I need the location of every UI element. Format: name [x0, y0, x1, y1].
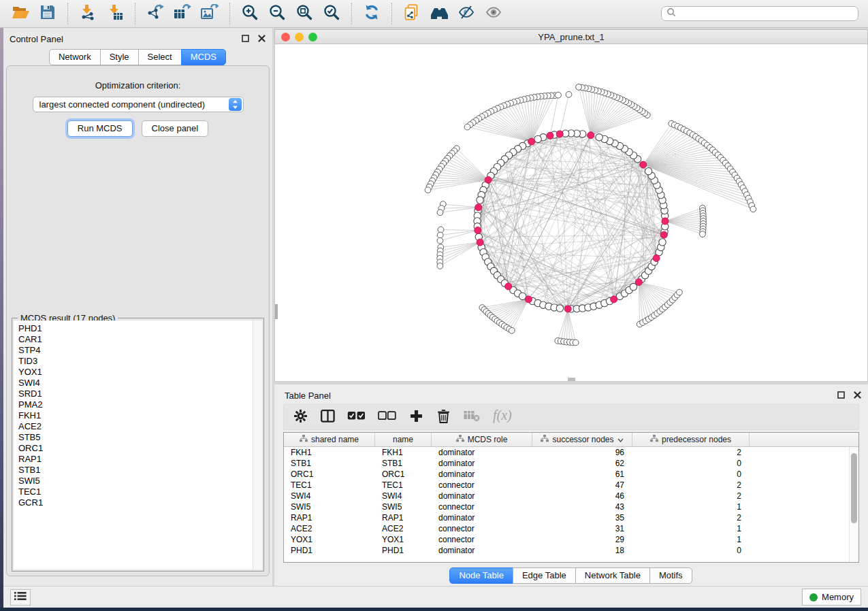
sitemap-icon [541, 435, 549, 444]
tab-style[interactable]: Style [100, 49, 139, 65]
table-row[interactable]: FKH1FKH1dominator962 [284, 447, 849, 458]
select-all-button[interactable] [344, 406, 369, 428]
run-mcds-button[interactable]: Run MCDS [67, 120, 133, 137]
cell-mcds-role: dominator [432, 448, 532, 457]
export-image-button[interactable] [198, 3, 221, 24]
search-box[interactable] [661, 6, 858, 21]
mcds-result-item[interactable]: PHD1 [18, 323, 253, 334]
mcds-result-item[interactable]: STP4 [18, 345, 253, 356]
cell-successor-nodes: 96 [532, 448, 632, 457]
mcds-result-item[interactable]: ORC1 [18, 443, 253, 454]
table-row[interactable]: RAP1RAP1dominator352 [284, 512, 849, 523]
network-vertical-scrollbar[interactable] [275, 304, 278, 319]
tab-motifs[interactable]: Motifs [649, 567, 692, 584]
optimization-criterion-label: Optimization criterion: [7, 80, 269, 90]
tab-mcds[interactable]: MCDS [181, 49, 226, 65]
table-row[interactable]: TEC1TEC1connector472 [284, 480, 849, 491]
table-row[interactable]: ORC1ORC1dominator610 [284, 469, 849, 480]
close-window-icon[interactable] [281, 33, 290, 42]
mcds-result-item[interactable]: RAP1 [18, 454, 253, 465]
zoom-in-button[interactable] [238, 3, 261, 24]
network-window-titlebar[interactable]: YPA_prune.txt_1 [274, 29, 868, 44]
table-row[interactable]: SWI5SWI5connector431 [284, 501, 849, 512]
mcds-result-scrollbar[interactable] [253, 320, 262, 569]
mcds-result-item[interactable]: SRD1 [18, 389, 253, 399]
float-table-panel-icon[interactable] [837, 389, 845, 401]
search-input[interactable] [679, 9, 853, 18]
column-header-MCDS-role[interactable]: MCDS role [432, 433, 532, 446]
select-stepper-icon [229, 98, 242, 111]
tab-network-table[interactable]: Network Table [575, 567, 650, 584]
task-history-button[interactable] [10, 589, 31, 606]
deselect-all-button[interactable] [374, 406, 400, 428]
add-row-button[interactable] [405, 406, 427, 428]
close-panel-button[interactable]: Close panel [142, 120, 209, 137]
eye-button[interactable] [482, 3, 505, 24]
table-row[interactable]: PHD1PHD1dominator180 [284, 545, 849, 556]
table-scrollbar[interactable] [849, 447, 858, 562]
tab-network[interactable]: Network [49, 49, 101, 65]
memory-button[interactable]: Memory [802, 589, 861, 606]
mcds-result-item[interactable]: SWI4 [18, 378, 253, 389]
mcds-result-item[interactable]: SWI5 [18, 476, 253, 486]
export-table-button[interactable] [171, 3, 194, 24]
criterion-select[interactable]: largest connected component (undirected) [33, 97, 244, 112]
network-graph[interactable] [275, 44, 867, 381]
binoculars-button[interactable] [428, 3, 451, 24]
close-table-panel-icon[interactable] [854, 389, 861, 401]
settings-gear-button[interactable] [289, 406, 311, 428]
toggle-columns-button[interactable] [317, 406, 338, 428]
float-panel-icon[interactable] [242, 33, 249, 45]
refresh-button[interactable] [360, 3, 383, 24]
column-label: predecessor nodes [662, 435, 731, 444]
delete-rows-button[interactable] [432, 406, 454, 428]
cell-mcds-role: dominator [432, 459, 532, 468]
mcds-result-item[interactable]: STB1 [18, 465, 253, 476]
mcds-result-item[interactable]: GCR1 [18, 497, 253, 508]
column-header-successor-nodes[interactable]: successor nodes [532, 433, 632, 446]
table-scrollbar-thumb[interactable] [851, 453, 857, 523]
close-panel-icon[interactable] [258, 33, 266, 45]
share-document-button[interactable] [400, 3, 423, 24]
mcds-result-item[interactable]: CAR1 [18, 334, 253, 345]
cell-name: SWI5 [375, 502, 432, 512]
cell-successor-nodes: 31 [532, 524, 632, 533]
cell-shared-name: SWI5 [284, 502, 375, 512]
column-header-shared-name[interactable]: shared name [284, 433, 375, 446]
node-table-header: shared namenameMCDS rolesuccessor nodesp… [284, 433, 858, 447]
table-row[interactable]: ACE2ACE2connector311 [284, 523, 849, 534]
minimize-window-icon[interactable] [295, 33, 304, 42]
mcds-result-item[interactable]: TID3 [18, 356, 253, 367]
table-row[interactable]: SWI4SWI4dominator462 [284, 491, 849, 501]
mcds-result-item[interactable]: PMA2 [18, 399, 253, 410]
table-row[interactable]: STB1STB1dominator620 [284, 458, 849, 469]
column-header-filler [750, 433, 858, 446]
mcds-result-list[interactable]: PHD1CAR1STP4TID3YOX1SWI4SRD1PMA2FKH1ACE2… [14, 320, 253, 569]
table-row[interactable]: YOX1YOX1connector291 [284, 534, 849, 545]
eye-crossed-button[interactable] [455, 3, 478, 24]
mcds-result-item[interactable]: STB5 [18, 432, 253, 443]
maximize-window-icon[interactable] [308, 33, 317, 42]
open-session-button[interactable] [9, 3, 32, 24]
cell-shared-name: ACE2 [284, 524, 375, 533]
tab-edge-table[interactable]: Edge Table [513, 567, 576, 584]
mcds-result-item[interactable]: FKH1 [18, 410, 253, 421]
export-network-button[interactable] [144, 3, 167, 24]
tab-node-table[interactable]: Node Table [449, 567, 513, 584]
mcds-result-item[interactable]: YOX1 [18, 367, 253, 378]
cell-mcds-role: connector [432, 524, 532, 533]
save-session-button[interactable] [36, 3, 59, 24]
column-header-predecessor-nodes[interactable]: predecessor nodes [632, 433, 750, 446]
cell-successor-nodes: 46 [532, 491, 632, 501]
zoom-selected-button[interactable] [320, 3, 343, 24]
mcds-result-item[interactable]: ACE2 [18, 421, 253, 432]
import-table-button[interactable] [103, 3, 127, 24]
mcds-result-item[interactable]: TEC1 [18, 486, 253, 497]
tab-select[interactable]: Select [138, 49, 182, 65]
import-network-button[interactable] [76, 3, 99, 24]
network-canvas[interactable] [274, 44, 868, 382]
network-horizontal-scrollbar[interactable] [568, 378, 575, 381]
zoom-fit-button[interactable] [293, 3, 316, 24]
column-header-name[interactable]: name [375, 433, 432, 446]
zoom-out-button[interactable] [266, 3, 289, 24]
